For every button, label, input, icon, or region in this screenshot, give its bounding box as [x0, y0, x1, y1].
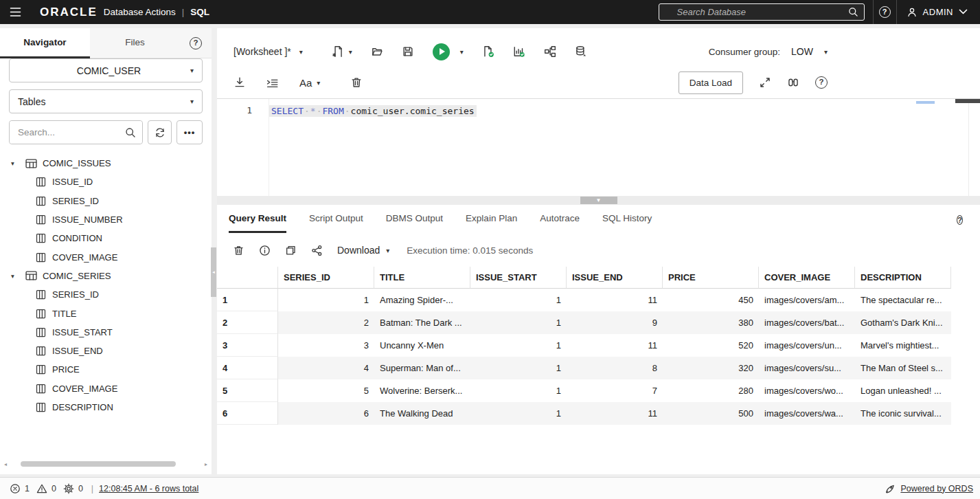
column-header-cover_image[interactable]: COVER_IMAGE [759, 267, 855, 289]
run-statement-button[interactable] [433, 43, 450, 60]
sidebar-collapse-handle[interactable]: ◂ [211, 247, 216, 297]
row-number-cell[interactable]: 1 [217, 289, 278, 311]
tab-query-result[interactable]: Query Result [229, 206, 286, 233]
row-number-cell[interactable]: 4 [217, 357, 278, 379]
worksheet-help-button[interactable]: ? [815, 76, 828, 89]
warnings-indicator[interactable]: 0 [36, 483, 56, 494]
row-number-cell[interactable]: 3 [217, 334, 278, 357]
sql-history-button[interactable] [575, 45, 587, 58]
processes-indicator[interactable]: 0 [63, 483, 83, 494]
caret-down-icon: ▾ [460, 48, 464, 56]
table-row[interactable]: 55Wolverine: Berserk...17280images/cover… [217, 379, 980, 402]
tree-expand-icon[interactable]: ▾ [11, 159, 20, 167]
more-options-button[interactable]: ••• [176, 120, 203, 144]
tree-column-cover_image[interactable]: COVER_IMAGE [0, 247, 212, 266]
sidebar-help-button[interactable]: ? [180, 28, 212, 58]
powered-by-ords-link[interactable]: Powered by ORDS [885, 483, 973, 494]
tab-script-output[interactable]: Script Output [309, 206, 363, 233]
help-button[interactable]: ? [874, 6, 896, 18]
tree-column-cover_image[interactable]: COVER_IMAGE [0, 379, 212, 398]
schema-select[interactable]: COMIC_USER ▾ [9, 58, 203, 82]
last-result-link[interactable]: 12:08:45 AM - 6 rows total [99, 484, 198, 494]
tab-sql-history[interactable]: SQL History [602, 206, 652, 233]
tree-column-series_id[interactable]: SERIES_ID [0, 285, 212, 304]
tree-table-comic_series[interactable]: ▾COMIC_SERIES [0, 267, 212, 285]
data-load-button[interactable]: Data Load [679, 71, 743, 94]
tree-expand-icon[interactable]: ▾ [11, 272, 20, 280]
user-menu[interactable]: ADMIN [897, 7, 980, 18]
autotrace-button[interactable] [513, 45, 525, 58]
run-menu-button[interactable]: ▾ [460, 48, 464, 56]
download-editor-button[interactable] [233, 76, 246, 89]
clear-editor-button[interactable] [350, 76, 363, 89]
refresh-button[interactable] [148, 120, 172, 144]
scrollbar-thumb[interactable] [21, 461, 176, 467]
database-search-input[interactable] [665, 7, 848, 17]
sql-statement[interactable]: SELECT·*·FROM·comic_user.comic_series [269, 105, 477, 117]
worksheet-title-menu[interactable]: [Worksheet ]* ▾ [233, 46, 303, 57]
consumer-group-select[interactable]: Consumer group: LOW ▾ [709, 46, 828, 57]
cell-price: 450 [663, 289, 759, 311]
sql-editor[interactable]: 1 SELECT·*·FROM·comic_user.comic_series [217, 98, 980, 196]
download-results-button[interactable]: Download ▾ [337, 245, 389, 256]
caret-down-icon: ▾ [190, 67, 194, 74]
row-number-cell[interactable]: 6 [217, 402, 278, 425]
save-button[interactable] [402, 45, 414, 58]
tab-explain-plan[interactable]: Explain Plan [466, 206, 517, 233]
column-header-description[interactable]: DESCRIPTION [855, 267, 951, 289]
sidebar-search-input[interactable] [10, 121, 142, 144]
tree-table-comic_issues[interactable]: ▾COMIC_ISSUES [0, 154, 212, 173]
scroll-left-icon[interactable]: ◂ [4, 461, 7, 467]
tree-column-issue_end[interactable]: ISSUE_END [0, 342, 212, 360]
column-header-series_id[interactable]: SERIES_ID [278, 267, 374, 289]
explain-plan-button[interactable] [544, 45, 556, 58]
column-header-issue_start[interactable]: ISSUE_START [470, 267, 567, 289]
tree-column-price[interactable]: PRICE [0, 360, 212, 379]
format-sql-button[interactable] [266, 76, 279, 89]
row-number-cell[interactable]: 5 [217, 379, 278, 402]
sidebar-tab-navigator[interactable]: Navigator [0, 28, 90, 58]
object-type-select[interactable]: Tables ▾ [9, 89, 203, 113]
search-icon[interactable] [125, 127, 136, 141]
table-row[interactable]: 33Uncanny X-Men111520images/covers/un...… [217, 334, 980, 357]
table-row[interactable]: 44Superman: Man of...18320images/covers/… [217, 357, 980, 379]
tab-dbms-output[interactable]: DBMS Output [386, 206, 443, 233]
result-info-button[interactable] [259, 245, 271, 256]
open-in-new-tab-button[interactable] [285, 245, 297, 256]
sidebar-tab-files[interactable]: Files [90, 28, 180, 58]
tree-column-issue_number[interactable]: ISSUE_NUMBER [0, 210, 212, 229]
search-icon[interactable] [848, 7, 858, 17]
module-title: SQL [190, 7, 209, 17]
column-header-price[interactable]: PRICE [663, 267, 759, 289]
new-worksheet-button[interactable]: ▾ [332, 45, 352, 58]
hamburger-menu-icon[interactable] [0, 7, 30, 17]
scroll-right-icon[interactable]: ▸ [205, 461, 207, 467]
warnings-count: 0 [52, 484, 56, 494]
tree-column-series_id[interactable]: SERIES_ID [0, 192, 212, 210]
tree-column-title[interactable]: TITLE [0, 304, 212, 322]
tree-column-issue_id[interactable]: ISSUE_ID [0, 173, 212, 191]
tab-autotrace[interactable]: Autotrace [540, 206, 580, 233]
open-file-button[interactable] [371, 45, 383, 58]
cell-price: 520 [663, 334, 759, 357]
tree-column-issue_start[interactable]: ISSUE_START [0, 323, 212, 342]
find-button[interactable] [787, 76, 799, 89]
row-number-cell[interactable]: 2 [217, 311, 278, 334]
share-button[interactable] [311, 245, 323, 256]
table-row[interactable]: 66The Walking Dead111500images/covers/wa… [217, 402, 980, 425]
column-header-title[interactable]: TITLE [374, 267, 470, 289]
table-row[interactable]: 11Amazing Spider-...111450images/covers/… [217, 289, 980, 311]
results-help-button[interactable]: ? [957, 213, 963, 225]
text-case-button[interactable]: Aa ▾ [299, 77, 320, 89]
editor-scrollbar-thumb[interactable] [955, 99, 980, 103]
tree-column-condition[interactable]: CONDITION [0, 229, 212, 247]
column-header-issue_end[interactable]: ISSUE_END [567, 267, 663, 289]
table-row[interactable]: 22Batman: The Dark ...19380images/covers… [217, 311, 980, 334]
caret-down-icon: ▾ [317, 79, 320, 87]
divider-drag-handle[interactable]: ▼ [580, 197, 617, 204]
tree-column-description[interactable]: DESCRIPTION [0, 398, 212, 417]
run-script-button[interactable] [482, 45, 494, 58]
maximize-button[interactable] [759, 76, 771, 89]
errors-indicator[interactable]: 1 [10, 483, 30, 494]
clear-results-button[interactable] [233, 245, 244, 256]
